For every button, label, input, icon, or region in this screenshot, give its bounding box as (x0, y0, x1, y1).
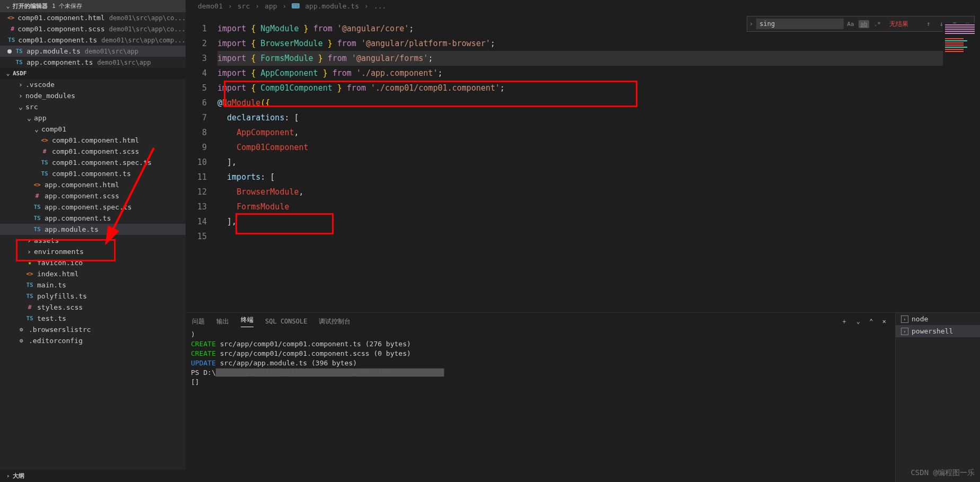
bottom-panel: 问题输出终端SQL CONSOLE调试控制台 ＋ ⌄ ⌃ ✕ )CREATE s… (186, 312, 980, 482)
main-area: demo01› src› app› TS app.module.ts› ... … (186, 0, 980, 482)
terminal-name: node (912, 315, 928, 323)
file-name: app.component.spec.ts (45, 203, 132, 211)
folder-item[interactable]: ⌄comp01 (0, 124, 186, 135)
outline-header[interactable]: › 大纲 (0, 470, 186, 482)
file-name: app.component.scss (45, 192, 119, 200)
open-editor-item[interactable]: TScomp01.component.tsdemo01\src\app\comp… (0, 34, 186, 46)
bc-item[interactable]: demo01 (198, 2, 223, 10)
explorer-root-header[interactable]: ⌄ ASDF (0, 68, 186, 79)
folder-name: assets (34, 236, 59, 244)
folder-item[interactable]: ⌄src (0, 101, 186, 112)
chevron-icon: ⌄ (25, 114, 33, 122)
file-name: favicon.ico (37, 259, 83, 267)
file-item[interactable]: TSapp.component.ts (0, 213, 186, 224)
editor-name: app.module.ts (27, 47, 81, 55)
file-item[interactable]: TScomp01.component.ts (0, 168, 186, 179)
file-item[interactable]: <>index.html (0, 268, 186, 279)
code-editor[interactable]: import { NgModule } from '@angular/core'… (217, 12, 980, 312)
file-item[interactable]: <>app.component.html (0, 179, 186, 190)
explorer-tree: ›.vscode›node_modules⌄src⌄app⌄comp01<>co… (0, 79, 186, 470)
file-name: .browserslistrc (29, 326, 91, 334)
bc-item[interactable]: src (238, 2, 250, 10)
file-name: app.component.ts (45, 214, 111, 222)
terminal-name: powershell (912, 327, 953, 335)
panel-tab-3[interactable]: SQL CONSOLE (265, 318, 307, 325)
panel-tab-0[interactable]: 问题 (192, 317, 205, 326)
file-item[interactable]: ★favicon.ico (0, 257, 186, 268)
new-terminal-icon[interactable]: ＋ (841, 318, 847, 325)
chevron-icon: ⌄ (17, 103, 24, 111)
editor-path: demo01\src\app\co... (109, 25, 186, 33)
file-item[interactable]: <>comp01.component.html (0, 135, 186, 146)
folder-name: comp01 (41, 125, 66, 133)
close-panel-icon[interactable]: ✕ (882, 318, 886, 325)
folder-item[interactable]: ›assets (0, 235, 186, 246)
line-gutter: 123456789101112131415 (186, 12, 217, 312)
folder-item[interactable]: ⌄app (0, 112, 186, 124)
file-name: polyfills.ts (37, 292, 87, 300)
editor-name: comp01.component.ts (18, 36, 97, 44)
open-editors-title: 打开的编辑器 (13, 2, 48, 10)
folder-item[interactable]: ›node_modules (0, 90, 186, 101)
minimap[interactable] (943, 23, 980, 129)
editor-path: demo01\src\app\co... (109, 14, 186, 22)
folder-name: node_modules (25, 92, 75, 100)
file-item[interactable]: #app.component.scss (0, 190, 186, 201)
file-item[interactable]: ⚙.editorconfig (0, 335, 186, 346)
folder-name: app (34, 114, 46, 122)
open-editors-list: <>comp01.component.htmldemo01\src\app\co… (0, 12, 186, 68)
file-name: app.component.html (45, 181, 119, 189)
file-item[interactable]: ⚙.browserslistrc (0, 324, 186, 335)
open-editor-item[interactable]: #comp01.component.scssdemo01\src\app\co.… (0, 23, 186, 34)
file-item[interactable]: TStest.ts (0, 313, 186, 324)
terminal-list: ›node›powershell (895, 313, 980, 482)
terminal-item[interactable]: ›powershell (896, 325, 980, 337)
file-item[interactable]: TSmain.ts (0, 279, 186, 291)
bc-item[interactable]: app (265, 2, 277, 10)
file-name: index.html (37, 270, 78, 278)
folder-name: .vscode (25, 81, 55, 89)
ts-icon: TS (292, 3, 300, 8)
panel-tab-2[interactable]: 终端 (241, 316, 253, 327)
file-item[interactable]: TScomp01.component.spec.ts (0, 157, 186, 168)
open-editor-item[interactable]: <>comp01.component.htmldemo01\src\app\co… (0, 12, 186, 23)
file-name: test.ts (37, 314, 66, 322)
file-name: styles.scss (37, 303, 83, 311)
file-item[interactable]: TSpolyfills.ts (0, 291, 186, 302)
panel-tabs: 问题输出终端SQL CONSOLE调试控制台 ＋ ⌄ ⌃ ✕ (186, 313, 895, 330)
file-name: app.module.ts (45, 225, 99, 233)
file-item[interactable]: #styles.scss (0, 302, 186, 313)
chevron-icon: › (17, 81, 24, 89)
chevron-icon: ⌄ (33, 125, 40, 133)
maximize-icon[interactable]: ⌃ (869, 318, 873, 325)
editor-path: demo01\src\app (97, 59, 151, 66)
file-name: comp01.component.scss (52, 147, 139, 155)
chevron-down-icon: ⌄ (4, 70, 12, 77)
file-name: comp01.component.ts (52, 170, 131, 178)
terminal-dropdown-icon[interactable]: ⌄ (856, 318, 860, 325)
chevron-right-icon: › (4, 472, 12, 479)
breadcrumb[interactable]: demo01› src› app› TS app.module.ts› ... (186, 0, 980, 12)
panel-tab-4[interactable]: 调试控制台 (319, 317, 351, 326)
bc-file[interactable]: app.module.ts (305, 2, 359, 10)
folder-item[interactable]: ›.vscode (0, 79, 186, 90)
terminal-icon: › (901, 316, 908, 323)
outline-title: 大纲 (13, 472, 24, 480)
terminal-item[interactable]: ›node (896, 313, 980, 325)
folder-name: environments (34, 248, 84, 256)
bc-more[interactable]: ... (374, 2, 386, 10)
panel-tab-1[interactable]: 输出 (216, 317, 229, 326)
file-item[interactable]: TSapp.component.spec.ts (0, 201, 186, 213)
open-editor-item[interactable]: TSapp.component.tsdemo01\src\app (0, 57, 186, 68)
unsaved-count: 1 个未保存 (52, 2, 82, 10)
sidebar: ⌄ 打开的编辑器 1 个未保存 <>comp01.component.htmld… (0, 0, 186, 482)
file-item[interactable]: #comp01.component.scss (0, 146, 186, 157)
open-editor-item[interactable]: TSapp.module.tsdemo01\src\app (0, 46, 186, 57)
folder-name: src (25, 103, 38, 111)
open-editors-header[interactable]: ⌄ 打开的编辑器 1 个未保存 (0, 0, 186, 12)
folder-item[interactable]: ›environments (0, 246, 186, 257)
panel-tools: ＋ ⌄ ⌃ ✕ (838, 317, 889, 326)
terminal-output[interactable]: )CREATE src/app/comp01/comp01.component.… (186, 330, 895, 482)
file-item[interactable]: TSapp.module.ts (0, 224, 186, 235)
editor-name: app.component.ts (27, 58, 93, 66)
